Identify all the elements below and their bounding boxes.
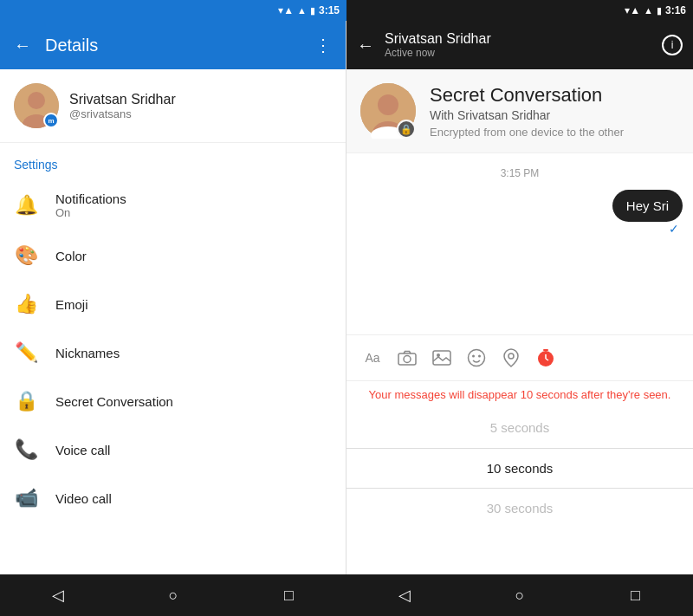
emoji-icon: 👍 bbox=[14, 292, 38, 316]
profile-section: m Srivatsan Sridhar @srivatsans bbox=[0, 69, 346, 143]
wifi-icon: ▾▲ bbox=[278, 4, 294, 16]
image-button[interactable] bbox=[426, 342, 457, 373]
message-row: Hey Sri ✓ bbox=[346, 186, 693, 225]
timer-option-30s[interactable]: 30 seconds bbox=[346, 489, 693, 528]
right-wifi-icon: ▾▲ bbox=[625, 4, 640, 16]
page-title: Details bbox=[45, 36, 301, 55]
svg-point-12 bbox=[472, 354, 475, 357]
right-back-button[interactable]: ← bbox=[357, 36, 374, 55]
profile-name: Srivatsan Sridhar bbox=[69, 92, 176, 107]
home-nav-button-left[interactable]: ○ bbox=[156, 578, 191, 613]
right-signal-icon: ▲ bbox=[644, 5, 653, 16]
more-options-button[interactable]: ⋮ bbox=[314, 35, 332, 55]
color-label: Color bbox=[55, 249, 87, 263]
bottom-nav-left: ◁ ○ □ bbox=[0, 574, 346, 616]
chat-area: 3:15 PM Hey Sri ✓ bbox=[346, 153, 693, 334]
timer-button[interactable] bbox=[530, 342, 561, 373]
timer-options: 5 seconds 10 seconds 30 seconds bbox=[346, 408, 693, 575]
back-nav-button-right[interactable]: ◁ bbox=[387, 578, 422, 613]
message-bubble: Hey Sri ✓ bbox=[612, 190, 683, 222]
chat-toolbar: Aa bbox=[346, 334, 693, 380]
video-icon: 📹 bbox=[14, 486, 38, 510]
right-header: ← Srivatsan Sridhar Active now i bbox=[346, 21, 693, 69]
video-call-label: Video call bbox=[55, 491, 112, 506]
sidebar-item-voice-call[interactable]: 📞 Voice call bbox=[0, 425, 346, 474]
lock-badge-icon: 🔒 bbox=[400, 124, 412, 135]
phone-icon: 📞 bbox=[14, 438, 38, 462]
timer-option-10s[interactable]: 10 seconds bbox=[346, 448, 693, 489]
svg-point-4 bbox=[378, 94, 398, 115]
avatar: m bbox=[14, 83, 59, 128]
right-time: 3:16 bbox=[665, 4, 686, 16]
left-status-bar: ▾▲ ▲ ▮ 3:15 bbox=[0, 0, 346, 21]
svg-point-1 bbox=[28, 92, 45, 109]
left-panel: ← Details ⋮ m Srivatsan Sridhar bbox=[0, 21, 346, 574]
svg-point-13 bbox=[478, 354, 481, 357]
sidebar-item-video-call[interactable]: 📹 Video call bbox=[0, 474, 346, 522]
sidebar-item-color[interactable]: 🎨 Color bbox=[0, 231, 346, 280]
disappear-notice: Your messages will disappear 10 seconds … bbox=[346, 380, 693, 408]
profile-username: @srivatsans bbox=[69, 107, 176, 120]
recents-nav-button-left[interactable]: □ bbox=[271, 578, 306, 613]
active-status: Active now bbox=[385, 47, 651, 59]
right-header-info: Srivatsan Sridhar Active now bbox=[385, 31, 651, 59]
location-icon bbox=[503, 348, 519, 367]
message-timestamp: 3:15 PM bbox=[346, 160, 693, 186]
sidebar-item-nicknames[interactable]: ✏️ Nicknames bbox=[0, 328, 346, 377]
camera-button[interactable] bbox=[392, 342, 423, 373]
lock-badge: 🔒 bbox=[397, 120, 416, 139]
secret-conv-title: Secret Conversation bbox=[430, 84, 624, 107]
timer-icon bbox=[536, 348, 555, 367]
timer-option-5s[interactable]: 5 seconds bbox=[346, 408, 693, 448]
svg-rect-18 bbox=[543, 349, 548, 351]
profile-info: Srivatsan Sridhar @srivatsans bbox=[69, 92, 176, 120]
nicknames-label: Nicknames bbox=[55, 346, 120, 360]
pencil-icon: ✏️ bbox=[14, 340, 38, 365]
home-nav-button-right[interactable]: ○ bbox=[502, 578, 537, 613]
svg-point-11 bbox=[469, 349, 485, 366]
secret-conversation-label: Secret Conversation bbox=[55, 394, 173, 409]
messenger-badge: m bbox=[43, 113, 59, 128]
back-nav-button-left[interactable]: ◁ bbox=[41, 578, 75, 613]
signal-icon: ▲ bbox=[297, 5, 307, 16]
voice-call-label: Voice call bbox=[55, 443, 110, 457]
right-battery-icon: ▮ bbox=[657, 5, 662, 16]
emoji-button[interactable] bbox=[461, 342, 492, 373]
recents-nav-button-right[interactable]: □ bbox=[618, 578, 652, 613]
read-check-icon: ✓ bbox=[669, 222, 679, 236]
sidebar-item-emoji[interactable]: 👍 Emoji bbox=[0, 280, 346, 328]
svg-point-8 bbox=[404, 355, 411, 362]
secret-conv-with: With Srivatsan Sridhar bbox=[430, 108, 624, 122]
back-button[interactable]: ← bbox=[14, 36, 31, 55]
sidebar-item-notifications[interactable]: 🔔 Notifications On bbox=[0, 179, 346, 231]
camera-icon bbox=[398, 350, 417, 366]
info-button[interactable]: i bbox=[662, 35, 683, 55]
info-icon: i bbox=[671, 39, 674, 51]
image-icon bbox=[432, 350, 451, 366]
secret-conversation-card: 🔒 Secret Conversation With Srivatsan Sri… bbox=[346, 69, 693, 153]
sidebar-item-secret-conversation[interactable]: 🔒 Secret Conversation bbox=[0, 377, 346, 425]
left-time: 3:15 bbox=[319, 4, 340, 16]
svg-point-14 bbox=[508, 353, 514, 359]
notifications-label: Notifications bbox=[55, 191, 126, 206]
bell-icon: 🔔 bbox=[14, 193, 38, 217]
text-input-button[interactable]: Aa bbox=[357, 342, 388, 373]
right-status-bar: ▾▲ ▲ ▮ 3:16 bbox=[346, 0, 693, 21]
location-button[interactable] bbox=[495, 342, 527, 373]
secret-conv-desc: Encrypted from one device to the other bbox=[430, 126, 624, 139]
chat-partner-name: Srivatsan Sridhar bbox=[385, 31, 651, 47]
settings-label: Settings bbox=[14, 158, 58, 172]
lock-icon: 🔒 bbox=[14, 389, 38, 413]
right-panel: ← Srivatsan Sridhar Active now i bbox=[346, 21, 693, 574]
notifications-value: On bbox=[55, 206, 126, 219]
secret-conv-avatar: 🔒 bbox=[360, 83, 416, 139]
emoji-label: Emoji bbox=[55, 297, 88, 312]
bottom-nav-right: ◁ ○ □ bbox=[346, 574, 693, 616]
message-text: Hey Sri bbox=[626, 198, 669, 213]
left-header: ← Details ⋮ bbox=[0, 21, 346, 69]
settings-section: Settings bbox=[0, 143, 346, 179]
secret-conv-info: Secret Conversation With Srivatsan Sridh… bbox=[430, 84, 624, 139]
svg-rect-9 bbox=[433, 351, 450, 365]
text-btn-label: Aa bbox=[365, 351, 379, 365]
color-icon: 🎨 bbox=[14, 243, 38, 268]
